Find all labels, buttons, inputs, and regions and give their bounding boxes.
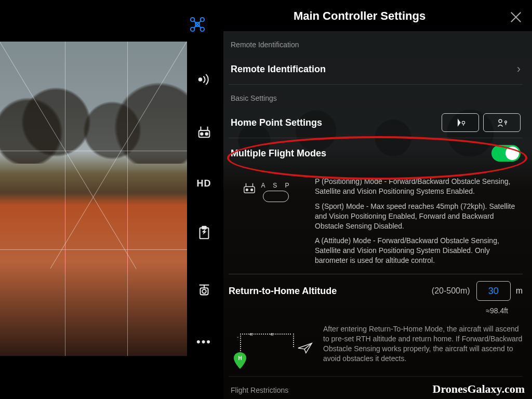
a-mode-text: A (Attitude) Mode - Forward/Backward Obs… xyxy=(315,236,523,265)
mode-pill-icon xyxy=(263,191,289,202)
row-label: Return-to-Home Altitude xyxy=(229,286,432,297)
svg-rect-12 xyxy=(202,227,206,229)
svg-point-19 xyxy=(499,119,502,123)
row-remote-identification[interactable]: Remote Identification › xyxy=(229,54,523,84)
home-point-aircraft-button[interactable] xyxy=(442,113,479,132)
section-header-basic: Basic Settings xyxy=(229,85,523,108)
settings-iconbar: HD ••• xyxy=(184,42,223,399)
svg-point-24 xyxy=(251,189,253,191)
svg-point-7 xyxy=(201,132,203,135)
svg-point-15 xyxy=(202,289,206,294)
close-icon[interactable] xyxy=(509,10,523,24)
hd-transmission-icon[interactable]: HD xyxy=(195,174,214,193)
settings-panel: Remote Identification Remote Identificat… xyxy=(223,31,532,399)
rth-unit: m xyxy=(516,286,523,296)
svg-point-20 xyxy=(505,121,507,123)
arrow-left-icon: « xyxy=(270,330,274,338)
remote-controller-icon[interactable] xyxy=(195,122,214,141)
grid-line xyxy=(127,42,128,356)
multiple-flight-modes-toggle[interactable] xyxy=(491,145,521,162)
svg-point-5 xyxy=(198,77,202,82)
row-home-point-settings: Home Point Settings xyxy=(229,108,523,138)
gimbal-camera-icon[interactable] xyxy=(195,281,214,299)
mode-switch-asp: A S P xyxy=(259,182,292,202)
row-multiple-flight-modes: Multiple Flight Modes xyxy=(229,138,523,168)
panel-title: Main Controller Settings xyxy=(223,9,496,23)
grid-line xyxy=(65,42,65,356)
svg-point-17 xyxy=(462,121,464,124)
chevron-right-icon: › xyxy=(517,62,521,76)
rth-altitude-input[interactable] xyxy=(476,281,511,301)
svg-point-23 xyxy=(246,189,248,191)
arrow-left-icon: « xyxy=(249,330,253,338)
rth-diagram: « « ˇ H xyxy=(229,324,316,371)
mode-descriptions-text: P (Positioning) Mode - Forward/Backward … xyxy=(315,177,523,271)
flight-modes-description: A S P P (Positioning) Mode - Forward/Bac… xyxy=(229,168,523,274)
rth-altitude-feet: ≈98.4ft xyxy=(229,307,523,315)
grid-line xyxy=(0,249,187,250)
s-mode-text: S (Sport) Mode - Max speed reaches 45mph… xyxy=(315,202,523,231)
watermark-text: DronesGalaxy.com xyxy=(433,382,525,396)
row-label: Home Point Settings xyxy=(231,117,437,128)
rth-range-text: (20-500m) xyxy=(432,286,470,296)
row-label: Remote Identification xyxy=(231,64,517,75)
aircraft-status-icon[interactable] xyxy=(190,17,205,32)
signal-icon[interactable] xyxy=(195,70,214,89)
settings-scroll[interactable]: Remote Identification Remote Identificat… xyxy=(223,31,532,399)
home-point-user-button[interactable] xyxy=(483,113,521,132)
remote-controller-icon xyxy=(243,182,256,194)
home-pin-icon: H xyxy=(234,352,246,369)
rth-description-text: After entering Return-To-Home Mode, the … xyxy=(323,324,523,371)
app-root: Main Controller Settings HD ••• Remote I… xyxy=(0,0,532,399)
battery-clipboard-icon[interactable] xyxy=(195,223,214,242)
more-icon[interactable]: ••• xyxy=(195,332,214,351)
p-mode-text: P (Positioning) Mode - Forward/Backward … xyxy=(315,177,523,196)
section-header-remote-id: Remote Identification xyxy=(229,31,523,54)
chevron-down-icon: ˇ xyxy=(237,337,238,342)
row-label: Multiple Flight Modes xyxy=(231,148,491,159)
svg-text:H: H xyxy=(238,355,242,361)
svg-point-8 xyxy=(205,132,208,135)
paper-plane-icon xyxy=(297,342,313,356)
row-rth-altitude: Return-to-Home Altitude (20-500m) m xyxy=(229,274,523,308)
mode-letters: A S P xyxy=(259,182,292,189)
grid-line xyxy=(0,151,187,151)
rth-description-block: « « ˇ H After entering Return-To-Home Mo… xyxy=(229,315,523,376)
mode-switch-diagram: A S P xyxy=(229,177,307,271)
